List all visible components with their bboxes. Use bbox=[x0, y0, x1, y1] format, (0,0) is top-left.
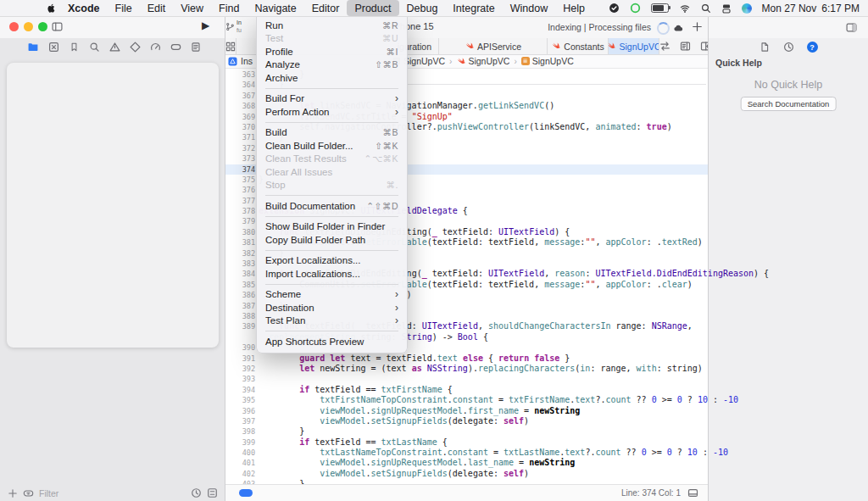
editor-tab-constants[interactable]: Constants bbox=[548, 38, 609, 54]
line-number[interactable]: 374 bbox=[225, 164, 255, 175]
editor-tab-apiservice[interactable]: APIService bbox=[439, 38, 548, 54]
minimap-icon[interactable] bbox=[680, 41, 691, 52]
line-number[interactable]: 368 bbox=[225, 101, 255, 111]
line-number[interactable]: 399 bbox=[225, 437, 255, 448]
line-number[interactable]: 385 bbox=[225, 280, 255, 290]
product-menu-item-show-build-folder-in-finder[interactable]: Show Build Folder in Finder bbox=[257, 220, 407, 234]
line-number[interactable]: 379 bbox=[225, 216, 255, 226]
line-number[interactable]: 391 bbox=[225, 353, 255, 364]
menubar-item-help[interactable]: Help bbox=[555, 0, 593, 16]
product-menu-item-analyze[interactable]: Analyze⇧⌘B bbox=[257, 58, 407, 72]
product-menu-item-run[interactable]: Run⌘R bbox=[257, 19, 407, 32]
menubar-item-integrate[interactable]: Integrate bbox=[445, 0, 502, 16]
add-toolbar-icon[interactable] bbox=[692, 21, 703, 32]
jump-bar-project[interactable]: Ins bbox=[228, 56, 253, 66]
menubar-item-xcode[interactable]: Xcode bbox=[60, 0, 108, 16]
code-line-399[interactable]: 399 if textField == txtLastName { bbox=[225, 437, 708, 448]
line-number[interactable]: 371 bbox=[225, 132, 255, 142]
line-number[interactable]: 382 bbox=[225, 248, 255, 259]
cloud-icon[interactable] bbox=[670, 23, 686, 33]
run-button[interactable]: ▶ bbox=[202, 19, 209, 31]
line-number[interactable]: 378 bbox=[225, 206, 255, 216]
menubar-item-window[interactable]: Window bbox=[503, 0, 555, 16]
close-window-button[interactable] bbox=[9, 22, 19, 31]
tab-overview-icon[interactable] bbox=[225, 38, 236, 54]
product-menu-item-test-plan[interactable]: Test Plan› bbox=[257, 315, 407, 328]
product-menu-item-copy-build-folder-path[interactable]: Copy Build Folder Path bbox=[257, 233, 407, 247]
line-number[interactable]: 376 bbox=[225, 185, 255, 195]
battery-icon[interactable] bbox=[651, 3, 669, 13]
adjust-editor-icon[interactable] bbox=[687, 487, 698, 498]
find-icon[interactable] bbox=[88, 41, 100, 53]
right-divider[interactable] bbox=[708, 16, 709, 501]
project-navigator-icon[interactable] bbox=[27, 41, 39, 53]
left-divider[interactable] bbox=[225, 16, 225, 501]
test-icon[interactable] bbox=[129, 41, 141, 53]
product-menu-item-perform-action[interactable]: Perform Action› bbox=[257, 105, 407, 119]
file-inspector-icon[interactable] bbox=[760, 42, 771, 53]
line-number[interactable]: 363 bbox=[225, 70, 255, 80]
code-line-393[interactable]: 393 bbox=[225, 374, 708, 384]
menubar-item-edit[interactable]: Edit bbox=[140, 0, 174, 16]
code-line-396[interactable]: 396 viewModel.signUpRequestModel.first_n… bbox=[225, 406, 708, 416]
breadcrumb-item[interactable]: SignUpVC bbox=[456, 56, 509, 66]
line-number[interactable]: 397 bbox=[225, 416, 255, 426]
control-center-icon[interactable] bbox=[742, 3, 752, 14]
line-number[interactable]: 400 bbox=[225, 448, 255, 458]
check-circle-icon[interactable] bbox=[609, 3, 620, 14]
line-number[interactable]: 387 bbox=[225, 301, 255, 311]
line-number[interactable]: 402 bbox=[225, 469, 255, 479]
menubar-item-navigate[interactable]: Navigate bbox=[247, 0, 303, 16]
menubar-item-debug[interactable]: Debug bbox=[399, 0, 446, 16]
product-menu-item-build-documentation[interactable]: Build Documentation⌃⇧⌘D bbox=[257, 199, 407, 213]
source-control-icon[interactable] bbox=[47, 41, 59, 53]
line-number[interactable]: 367 bbox=[225, 91, 255, 101]
wifi-icon[interactable] bbox=[679, 3, 691, 14]
issues-icon[interactable] bbox=[108, 41, 120, 53]
breakpoint-icon[interactable] bbox=[170, 41, 181, 53]
recent-files-icon[interactable] bbox=[191, 487, 202, 498]
report-icon[interactable] bbox=[190, 41, 202, 53]
menubar-item-view[interactable]: View bbox=[173, 0, 211, 16]
line-number[interactable]: 370 bbox=[225, 122, 255, 132]
line-number[interactable]: 393 bbox=[225, 374, 255, 384]
spotlight-icon[interactable] bbox=[701, 3, 711, 14]
code-line-398[interactable]: 398 } bbox=[225, 426, 708, 437]
line-number[interactable]: 395 bbox=[225, 395, 255, 405]
zoom-window-button[interactable] bbox=[38, 22, 47, 31]
line-number[interactable]: 364 bbox=[225, 80, 255, 90]
code-line-400[interactable]: 400 txtLastNameTopConstraint.constant = … bbox=[225, 448, 708, 458]
line-number[interactable] bbox=[225, 332, 255, 342]
product-menu-item-build-for[interactable]: Build For› bbox=[257, 92, 407, 106]
window-switcher-icon[interactable] bbox=[721, 3, 732, 14]
minimize-window-button[interactable] bbox=[24, 22, 33, 31]
editor-tab-signupvc[interactable]: SignUpVC bbox=[609, 38, 659, 54]
menubar-item-file[interactable]: File bbox=[108, 0, 140, 16]
line-number[interactable]: 394 bbox=[225, 385, 255, 395]
line-number[interactable]: 384 bbox=[225, 269, 255, 279]
product-menu-item-build[interactable]: Build⌘B bbox=[257, 126, 407, 140]
bookmark-icon[interactable] bbox=[68, 41, 80, 53]
code-line-392[interactable]: 392 let newString = (text as NSString).r… bbox=[225, 364, 708, 374]
line-number[interactable]: 369 bbox=[225, 112, 255, 122]
line-number[interactable]: 377 bbox=[225, 196, 255, 206]
menubar-item-editor[interactable]: Editor bbox=[304, 0, 348, 16]
product-menu-item-import-localizations[interactable]: Import Localizations... bbox=[257, 267, 407, 281]
menubar-item-product[interactable]: Product bbox=[347, 0, 398, 16]
code-review-icon[interactable] bbox=[659, 41, 670, 52]
line-number[interactable]: 396 bbox=[225, 406, 255, 416]
code-line-397[interactable]: 397 viewModel.setSignupFields(delegate: … bbox=[225, 416, 708, 426]
product-menu-item-destination[interactable]: Destination› bbox=[257, 301, 407, 315]
navigator-toggle-icon[interactable] bbox=[51, 21, 64, 32]
scheme-branch-area[interactable]: In fu bbox=[225, 19, 252, 34]
menu-bar-clock[interactable]: Mon 27 Nov 6:17 PM bbox=[762, 3, 860, 14]
code-line-401[interactable]: 401 viewModel.signUpRequestModel.last_na… bbox=[225, 458, 708, 468]
line-number[interactable]: 375 bbox=[225, 175, 255, 185]
line-col-indicator[interactable]: Line: 374 Col: 1 bbox=[621, 488, 681, 498]
inspector-toggle-icon[interactable] bbox=[845, 22, 858, 33]
line-number[interactable]: 401 bbox=[225, 458, 255, 468]
line-number[interactable]: 390 bbox=[225, 342, 255, 353]
product-menu-item-profile[interactable]: Profile⌘I bbox=[257, 45, 407, 58]
product-menu-item-archive[interactable]: Archive bbox=[257, 71, 407, 85]
quick-help-icon[interactable]: ? bbox=[807, 42, 818, 53]
